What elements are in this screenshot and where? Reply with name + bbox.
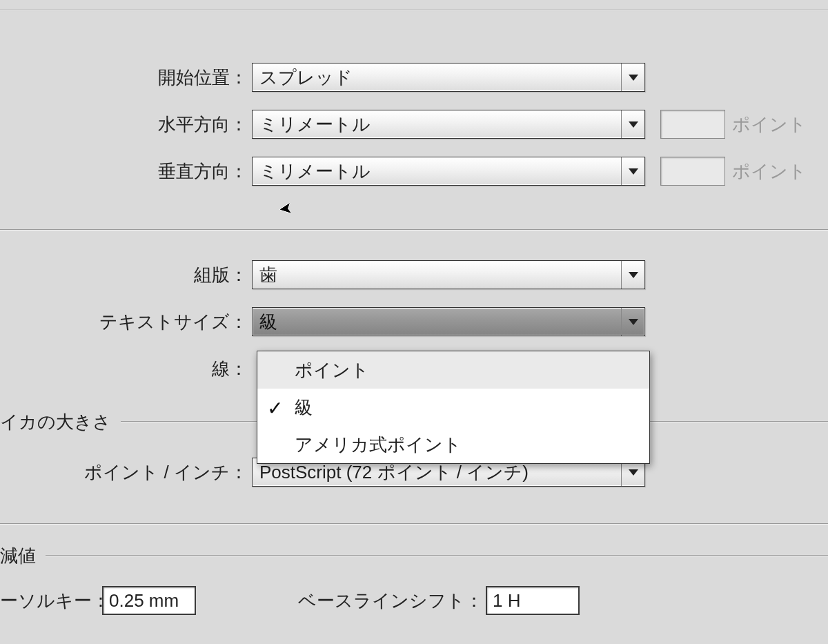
row-bottom-inputs: ーソルキー： 0.25 mm ベースラインシフト： 1 H [0, 584, 828, 617]
baseline-shift-input[interactable]: 1 H [486, 586, 580, 615]
section-decrement-label: 減値 [0, 544, 46, 568]
dropdown-option[interactable]: アメリカ式ポイント [257, 426, 649, 463]
section-decrement-divider [46, 555, 828, 556]
dropdown-option-label: 級 [295, 396, 313, 420]
horizontal-suffix: ポイント [732, 113, 807, 137]
combo-typesetting[interactable]: 歯 [252, 260, 645, 289]
row-start-position: 開始位置： スプレッド [0, 61, 828, 94]
dropdown-option-label: ポイント [295, 358, 369, 382]
section-size-label: イカの大きさ [0, 410, 121, 434]
combo-start-position[interactable]: スプレッド [252, 63, 645, 92]
baseline-shift-value: 1 H [493, 590, 520, 612]
section-decrement-header: 減値 [0, 541, 828, 570]
label-text-size: テキストサイズ： [0, 310, 252, 334]
combo-start-position-value: スプレッド [259, 66, 353, 90]
label-start-position: 開始位置： [0, 66, 252, 90]
text-size-dropdown[interactable]: ポイント✓級アメリカ式ポイント [257, 351, 650, 464]
vertical-points-input[interactable] [660, 157, 725, 186]
chevron-down-icon [621, 110, 644, 138]
chevron-down-icon [621, 157, 644, 185]
label-typesetting: 組版： [0, 263, 252, 287]
cursor-key-input[interactable]: 0.25 mm [102, 586, 196, 615]
mouse-cursor-icon: ➤ [278, 199, 293, 218]
combo-vertical-value: ミリメートル [259, 159, 371, 184]
chevron-down-icon [621, 64, 644, 91]
combo-text-size[interactable]: 級 [252, 307, 645, 336]
check-icon: ✓ [267, 397, 283, 420]
combo-vertical[interactable]: ミリメートル [252, 157, 645, 186]
chevron-down-icon [621, 261, 644, 289]
combo-horizontal[interactable]: ミリメートル [252, 110, 645, 139]
combo-text-size-value: 級 [259, 310, 277, 334]
label-vertical: 垂直方向： [0, 159, 252, 184]
combo-horizontal-value: ミリメートル [259, 113, 371, 137]
dropdown-option[interactable]: ポイント [257, 351, 649, 389]
label-cursor-key: ーソルキー： [0, 589, 102, 613]
label-horizontal: 水平方向： [0, 113, 252, 137]
row-typesetting: 組版： 歯 [0, 258, 828, 291]
label-points-per-inch: ポイント / インチ： [0, 460, 252, 485]
vertical-suffix: ポイント [732, 159, 807, 184]
label-baseline-shift: ベースラインシフト： [196, 589, 486, 613]
dropdown-option-label: アメリカ式ポイント [295, 433, 462, 457]
combo-typesetting-value: 歯 [259, 263, 277, 287]
cursor-key-value: 0.25 mm [109, 590, 179, 612]
label-line: 線： [0, 357, 252, 381]
row-vertical: 垂直方向： ミリメートル ポイント [0, 155, 828, 188]
row-horizontal: 水平方向： ミリメートル ポイント [0, 108, 828, 141]
horizontal-points-input[interactable] [660, 110, 725, 139]
dropdown-option[interactable]: ✓級 [257, 389, 649, 426]
chevron-down-icon [621, 308, 644, 335]
row-text-size: テキストサイズ： 級 [0, 305, 828, 338]
